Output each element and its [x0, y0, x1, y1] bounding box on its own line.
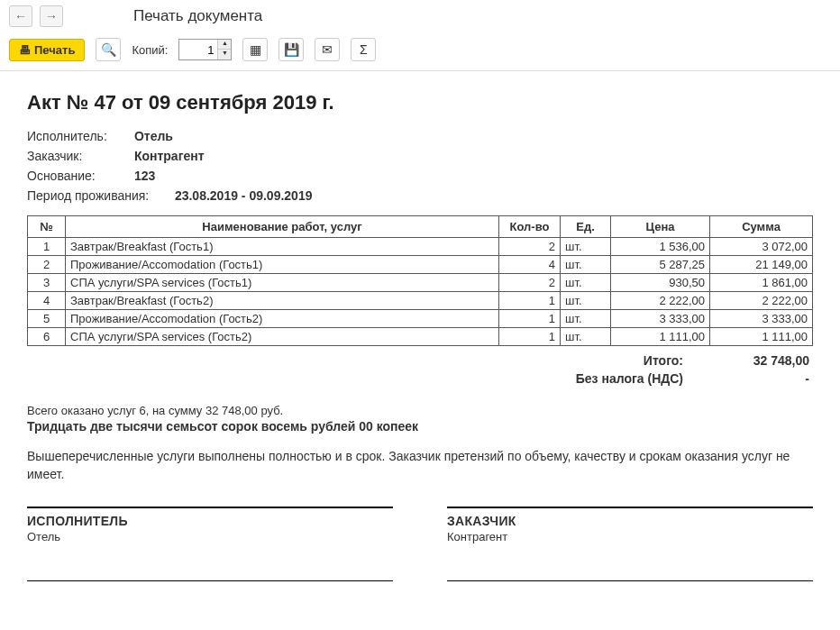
tax-row: Без налога (НДС) - [27, 370, 813, 388]
cell-unit: шт. [561, 256, 611, 274]
summary-words: Тридцать две тысячи семьсот сорок восемь… [27, 419, 813, 434]
cell-sum: 1 111,00 [710, 328, 813, 346]
cell-sum: 3 072,00 [710, 238, 813, 256]
customer-label: Заказчик: [27, 149, 131, 163]
top-navigation: ← → Печать документа [0, 0, 840, 32]
diskette-icon: 💾 [284, 42, 299, 57]
cell-name: Проживание/Accomodation (Гость1) [66, 256, 499, 274]
cell-name: СПА услуги/SPA services (Гость2) [66, 328, 499, 346]
cell-num: 4 [28, 292, 66, 310]
arrow-right-icon: → [45, 9, 58, 23]
tax-value: - [710, 371, 809, 386]
summary-line: Всего оказано услуг 6, на сумму 32 748,0… [27, 404, 813, 417]
customer-value: Контрагент [134, 149, 205, 163]
header-name: Наименование работ, услуг [66, 216, 499, 238]
table-icon: ▦ [250, 42, 261, 57]
cell-price: 930,50 [611, 274, 710, 292]
services-table: № Наименование работ, услуг Кол-во Ед. Ц… [27, 215, 813, 346]
cell-qty: 2 [499, 238, 561, 256]
table-row: 2Проживание/Accomodation (Гость1)4шт.5 2… [28, 256, 813, 274]
header-num: № [28, 216, 66, 238]
document-area: Акт № 47 от 09 сентября 2019 г. Исполнит… [0, 70, 840, 598]
magnifier-icon: 🔍 [101, 42, 116, 57]
save-button[interactable]: 💾 [278, 38, 304, 61]
totals-block: Итого: 32 748,00 Без налога (НДС) - [27, 352, 813, 388]
spinner-up-button[interactable]: ▲ [218, 40, 231, 50]
email-button[interactable]: ✉ [315, 38, 340, 61]
cell-num: 2 [28, 256, 66, 274]
cell-sum: 21 149,00 [710, 256, 813, 274]
print-button[interactable]: 🖶 Печать [9, 39, 85, 61]
cell-sum: 3 333,00 [710, 310, 813, 328]
customer-sign-title: ЗАКАЗЧИК [447, 514, 813, 528]
envelope-icon: ✉ [322, 42, 333, 57]
period-value: 23.08.2019 - 09.09.2019 [175, 188, 313, 203]
basis-label: Основание: [27, 169, 131, 183]
header-sum: Сумма [710, 216, 813, 238]
customer-row: Заказчик: Контрагент [27, 149, 813, 163]
layout-button[interactable]: ▦ [242, 38, 268, 61]
nav-back-button[interactable]: ← [9, 5, 32, 27]
signatures-area: ИСПОЛНИТЕЛЬ Отель ЗАКАЗЧИК Контрагент [27, 507, 813, 581]
basis-value: 123 [134, 169, 155, 183]
print-button-label: Печать [34, 43, 75, 57]
table-row: 6СПА услуги/SPA services (Гость2)1шт.1 1… [28, 328, 813, 346]
arrow-left-icon: ← [14, 9, 27, 23]
customer-sign-block: ЗАКАЗЧИК Контрагент [447, 507, 813, 581]
cell-num: 5 [28, 310, 66, 328]
header-qty: Кол-во [499, 216, 561, 238]
cell-name: Проживание/Accomodation (Гость2) [66, 310, 499, 328]
customer-sign-line [447, 556, 813, 581]
sum-button[interactable]: Σ [351, 38, 376, 61]
tax-label: Без налога (НДС) [576, 371, 683, 386]
period-row: Период проживания: 23.08.2019 - 09.09.20… [27, 188, 813, 203]
cell-num: 3 [28, 274, 66, 292]
copies-input[interactable] [179, 41, 217, 59]
period-label: Период проживания: [27, 188, 171, 203]
table-row: 5Проживание/Accomodation (Гость2)1шт.3 3… [28, 310, 813, 328]
cell-qty: 2 [499, 274, 561, 292]
cell-price: 5 287,25 [611, 256, 710, 274]
cell-qty: 1 [499, 328, 561, 346]
cell-price: 3 333,00 [611, 310, 710, 328]
cell-unit: шт. [561, 238, 611, 256]
executor-value: Отель [134, 129, 173, 143]
executor-sign-block: ИСПОЛНИТЕЛЬ Отель [27, 507, 393, 581]
preview-button[interactable]: 🔍 [96, 38, 121, 61]
total-label: Итого: [644, 353, 683, 368]
cell-name: Завтрак/Breakfast (Гость1) [66, 238, 499, 256]
spinner-buttons: ▲ ▼ [217, 40, 231, 59]
executor-row: Исполнитель: Отель [27, 129, 813, 143]
cell-num: 1 [28, 238, 66, 256]
printer-icon: 🖶 [19, 43, 31, 57]
disclaimer-text: Вышеперечисленные услуги выполнены полно… [27, 448, 813, 483]
spinner-down-button[interactable]: ▼ [218, 50, 231, 59]
total-value: 32 748,00 [710, 353, 809, 368]
table-row: 1Завтрак/Breakfast (Гость1)2шт.1 536,003… [28, 238, 813, 256]
cell-price: 1 536,00 [611, 238, 710, 256]
cell-name: Завтрак/Breakfast (Гость2) [66, 292, 499, 310]
cell-unit: шт. [561, 274, 611, 292]
cell-qty: 1 [499, 292, 561, 310]
basis-row: Основание: 123 [27, 169, 813, 183]
nav-forward-button[interactable]: → [40, 5, 63, 27]
table-row: 4Завтрак/Breakfast (Гость2)1шт.2 222,002… [28, 292, 813, 310]
cell-name: СПА услуги/SPA services (Гость1) [66, 274, 499, 292]
toolbar: 🖶 Печать 🔍 Копий: ▲ ▼ ▦ 💾 ✉ Σ [0, 32, 840, 70]
cell-price: 1 111,00 [611, 328, 710, 346]
header-unit: Ед. [561, 216, 611, 238]
executor-sign-title: ИСПОЛНИТЕЛЬ [27, 514, 393, 528]
executor-sign-name: Отель [27, 530, 393, 543]
cell-qty: 1 [499, 310, 561, 328]
cell-unit: шт. [561, 328, 611, 346]
cell-num: 6 [28, 328, 66, 346]
executor-label: Исполнитель: [27, 129, 131, 143]
table-row: 3СПА услуги/SPA services (Гость1)2шт.930… [28, 274, 813, 292]
cell-unit: шт. [561, 292, 611, 310]
page-title: Печать документа [133, 7, 262, 25]
cell-qty: 4 [499, 256, 561, 274]
cell-unit: шт. [561, 310, 611, 328]
table-header-row: № Наименование работ, услуг Кол-во Ед. Ц… [28, 216, 813, 238]
copies-spinner[interactable]: ▲ ▼ [178, 39, 232, 60]
sigma-icon: Σ [360, 42, 368, 57]
